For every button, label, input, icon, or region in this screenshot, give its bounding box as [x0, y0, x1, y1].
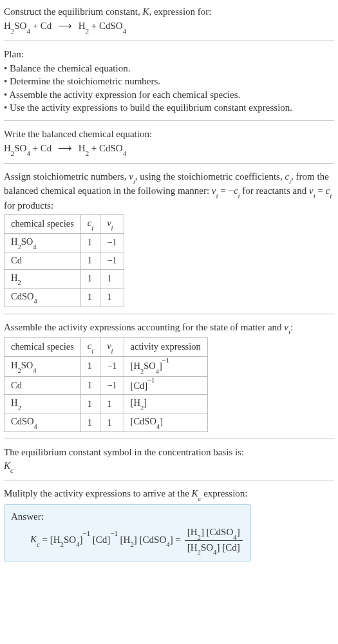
nui-cell: 1: [100, 269, 124, 288]
ci-cell: 1: [80, 377, 100, 395]
species-cell: H2: [5, 395, 81, 413]
activity-table: chemical species ci νi activity expressi…: [4, 337, 208, 432]
symbol-block: The equilibrium constant symbol in the c…: [4, 446, 334, 473]
ci-cell: 1: [80, 269, 100, 288]
species-cell: Cd: [5, 252, 81, 270]
plan-list: Balance the chemical equation. Determine…: [4, 62, 334, 114]
col-header: νi: [100, 338, 124, 357]
answer-box: Answer: Kc = [H2SO4]−1 [Cd]−1 [H2] [CdSO…: [4, 504, 251, 562]
col-header: νi: [100, 215, 124, 234]
divider: [4, 120, 334, 121]
answer-label: Answer:: [11, 510, 244, 523]
ci-cell: 1: [80, 413, 100, 432]
divider: [4, 41, 334, 41]
list-item: Balance the chemical equation.: [4, 62, 334, 75]
title-block: Construct the equilibrium constant, K, e…: [4, 5, 334, 34]
nui-cell: −1: [100, 234, 124, 252]
col-header: ci: [80, 338, 100, 357]
activity-cell: [H2SO4]−1: [124, 357, 207, 377]
nui-cell: −1: [100, 252, 124, 270]
ci-cell: 1: [80, 395, 100, 413]
col-header: chemical species: [5, 338, 81, 357]
species-cell: H2SO4: [5, 234, 81, 252]
nui-cell: 1: [100, 395, 124, 413]
table-row: CdSO4 1 1: [5, 288, 124, 307]
activity-cell: [H2]: [124, 395, 207, 413]
title-equation: H2SO4 + Cd ⟶ H2 + CdSO4: [4, 19, 334, 34]
activity-block: Assemble the activity expressions accoun…: [4, 321, 334, 433]
nui-cell: 1: [100, 413, 124, 432]
list-item: Assemble the activity expression for eac…: [4, 88, 334, 101]
list-item: Determine the stoichiometric numbers.: [4, 75, 334, 88]
balanced-equation: H2SO4 + Cd ⟶ H2 + CdSO4: [4, 142, 334, 156]
arrow-icon: ⟶: [54, 142, 76, 155]
divider: [4, 480, 334, 480]
species-cell: CdSO4: [5, 413, 81, 432]
table-row: Cd 1 −1: [5, 252, 124, 270]
table-row: H2SO4 1 −1: [5, 234, 124, 252]
table-row: CdSO4 1 1 [CdSO4]: [5, 413, 208, 432]
col-header: ci: [80, 215, 100, 234]
symbol-text: The equilibrium constant symbol in the c…: [4, 446, 334, 459]
answer-equation: Kc = [H2SO4]−1 [Cd]−1 [H2] [CdSO4] = [H2…: [11, 526, 244, 555]
symbol-value: Kc: [4, 459, 334, 474]
divider: [4, 163, 334, 164]
assign-text: Assign stoichiometric numbers, νi, using…: [4, 170, 334, 212]
nui-cell: −1: [100, 377, 124, 395]
ci-cell: 1: [80, 357, 100, 377]
table-header-row: chemical species ci νi activity expressi…: [5, 338, 208, 357]
divider: [4, 314, 334, 314]
ci-cell: 1: [80, 288, 100, 307]
balanced-block: Write the balanced chemical equation: H2…: [4, 128, 334, 156]
plan-block: Plan: Balance the chemical equation. Det…: [4, 48, 334, 114]
balanced-label: Write the balanced chemical equation:: [4, 128, 334, 140]
col-header: chemical species: [5, 215, 81, 234]
ci-cell: 1: [80, 234, 100, 252]
activity-cell: [CdSO4]: [124, 413, 207, 432]
ci-cell: 1: [80, 252, 100, 270]
species-cell: CdSO4: [5, 288, 81, 307]
arrow-icon: ⟶: [54, 19, 76, 32]
list-item: Use the activity expressions to build th…: [4, 101, 334, 114]
table-header-row: chemical species ci νi: [5, 215, 124, 234]
species-cell: Cd: [5, 377, 81, 395]
multiply-text: Mulitply the activity expressions to arr…: [4, 487, 334, 502]
title-line: Construct the equilibrium constant, K, e…: [4, 5, 334, 18]
multiply-block: Mulitply the activity expressions to arr…: [4, 487, 334, 562]
divider: [4, 439, 334, 439]
table-row: H2 1 1: [5, 269, 124, 288]
activity-cell: [Cd]−1: [124, 377, 207, 395]
nui-cell: 1: [100, 288, 124, 307]
assemble-text: Assemble the activity expressions accoun…: [4, 321, 334, 336]
assign-block: Assign stoichiometric numbers, νi, using…: [4, 170, 334, 307]
table-row: H2SO4 1 −1 [H2SO4]−1: [5, 357, 208, 377]
species-cell: H2: [5, 269, 81, 288]
stoich-table: chemical species ci νi H2SO4 1 −1 Cd 1 −…: [4, 214, 124, 307]
plan-label: Plan:: [4, 48, 334, 61]
col-header: activity expression: [124, 338, 207, 357]
table-row: Cd 1 −1 [Cd]−1: [5, 377, 208, 395]
table-row: H2 1 1 [H2]: [5, 395, 208, 413]
species-cell: H2SO4: [5, 357, 81, 377]
nui-cell: −1: [100, 357, 124, 377]
